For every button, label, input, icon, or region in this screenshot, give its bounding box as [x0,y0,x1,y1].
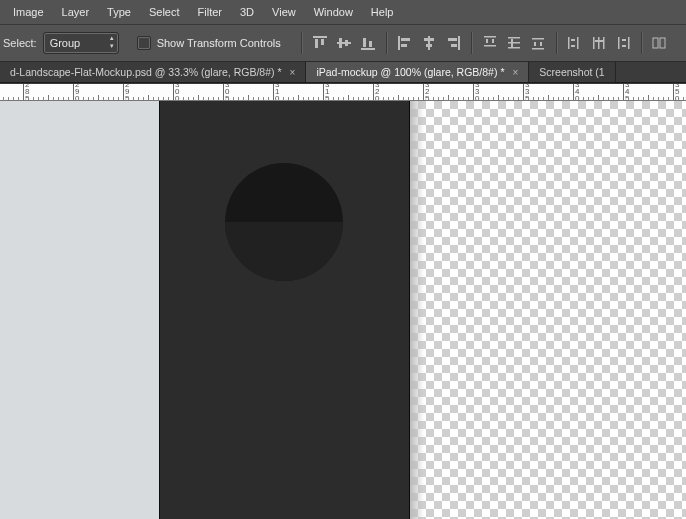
document-tab-bar: d-Landscape-Flat-Mockup.psd @ 33.3% (gla… [0,62,686,83]
tab-title: Screenshot (1 [539,66,604,78]
svg-rect-38 [628,37,630,49]
svg-rect-42 [653,38,658,48]
svg-rect-16 [448,38,457,41]
align-horizontal-centers-icon[interactable] [418,32,440,54]
auto-align-icon[interactable] [649,32,671,54]
transparent-region [409,101,686,519]
separator [556,32,557,54]
options-bar: Select: Group ▴▾ Show Transform Controls [0,25,686,62]
separator [471,32,472,54]
svg-rect-26 [532,48,544,50]
horizontal-ruler[interactable]: 2800285029002950300030503100315032003250… [0,83,686,101]
menu-window[interactable]: Window [305,0,362,24]
svg-rect-18 [484,36,496,38]
ipad-bezel [160,101,409,519]
svg-rect-17 [451,44,457,47]
svg-rect-25 [511,39,513,47]
svg-rect-27 [534,42,536,46]
svg-rect-29 [532,38,544,40]
home-button-icon [225,163,343,281]
dropdown-arrows-icon: ▴▾ [110,34,114,50]
menu-help[interactable]: Help [362,0,403,24]
glare-layer [410,101,424,519]
align-top-edges-icon[interactable] [309,32,331,54]
separator [386,32,387,54]
menu-view[interactable]: View [263,0,305,24]
document-tab[interactable]: Screenshot (1 [529,62,615,82]
svg-rect-5 [345,40,348,46]
svg-rect-9 [398,36,400,50]
svg-rect-19 [486,39,488,43]
menu-image[interactable]: Image [4,0,53,24]
svg-rect-37 [595,40,603,42]
svg-rect-28 [540,42,542,46]
menu-layer[interactable]: Layer [53,0,99,24]
svg-rect-15 [458,36,460,50]
distribute-vcenter-icon[interactable] [503,32,525,54]
svg-rect-41 [618,37,620,49]
svg-rect-6 [361,48,375,50]
distribute-left-icon[interactable] [564,32,586,54]
svg-rect-14 [426,44,432,47]
svg-rect-10 [401,38,410,41]
svg-rect-33 [577,37,579,49]
svg-rect-8 [369,41,372,47]
auto-select-value: Group [50,37,81,49]
svg-rect-30 [568,37,570,49]
svg-rect-4 [339,38,342,48]
svg-rect-31 [571,39,575,41]
svg-rect-21 [484,45,496,47]
document-tab[interactable]: d-Landscape-Flat-Mockup.psd @ 33.3% (gla… [0,62,306,82]
svg-rect-20 [492,39,494,43]
auto-select-label: Select: [3,37,41,49]
separator [301,32,302,54]
show-transform-label: Show Transform Controls [157,37,281,49]
tab-title: iPad-mockup @ 100% (glare, RGB/8#) * [316,66,504,78]
auto-select-dropdown[interactable]: Group ▴▾ [43,32,119,54]
align-right-edges-icon[interactable] [442,32,464,54]
tab-title: d-Landscape-Flat-Mockup.psd @ 33.3% (gla… [10,66,282,78]
align-vertical-centers-icon[interactable] [333,32,355,54]
menu-filter[interactable]: Filter [189,0,231,24]
svg-rect-40 [622,45,626,47]
menu-bar: Image Layer Type Select Filter 3D View W… [0,0,686,25]
svg-rect-2 [321,39,324,45]
menu-3d[interactable]: 3D [231,0,263,24]
close-icon[interactable]: × [512,67,518,78]
svg-rect-39 [622,39,626,41]
svg-rect-35 [598,37,600,49]
svg-rect-0 [313,36,327,38]
svg-rect-1 [315,39,318,48]
menu-type[interactable]: Type [98,0,140,24]
svg-rect-24 [508,47,520,49]
svg-rect-23 [508,42,520,44]
canvas-viewport[interactable] [0,101,686,519]
distribute-bottom-icon[interactable] [527,32,549,54]
align-left-edges-icon[interactable] [394,32,416,54]
svg-rect-13 [424,38,434,41]
distribute-hcenter-icon[interactable] [588,32,610,54]
svg-rect-43 [660,38,665,48]
menu-select[interactable]: Select [140,0,189,24]
align-bottom-edges-icon[interactable] [357,32,379,54]
document-tab[interactable]: iPad-mockup @ 100% (glare, RGB/8#) * × [306,62,529,82]
checkbox-icon [137,36,151,50]
svg-rect-34 [593,37,595,49]
svg-rect-11 [401,44,407,47]
show-transform-checkbox[interactable]: Show Transform Controls [137,36,295,50]
svg-rect-7 [363,38,366,47]
svg-rect-22 [508,37,520,39]
svg-rect-32 [571,45,575,47]
svg-rect-36 [603,37,605,49]
canvas-left-region [0,101,160,519]
distribute-top-icon[interactable] [479,32,501,54]
separator [641,32,642,54]
close-icon[interactable]: × [290,67,296,78]
distribute-right-icon[interactable] [612,32,634,54]
